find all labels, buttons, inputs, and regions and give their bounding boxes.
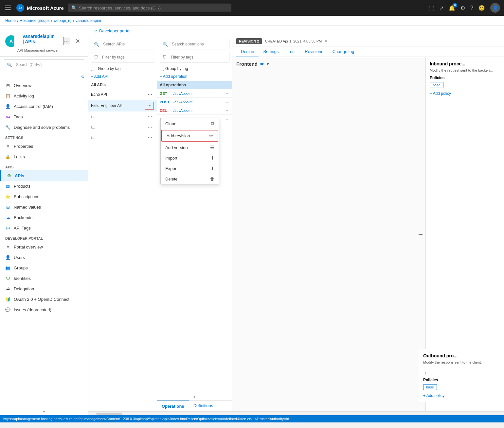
api-list-item-field-engineer[interactable]: Field Engineer API ··· bbox=[88, 100, 157, 111]
cloud-shell-icon[interactable]: ⬚ bbox=[429, 5, 434, 11]
export-icon: ⬇ bbox=[210, 166, 214, 171]
scroll-thumb[interactable] bbox=[96, 413, 122, 415]
sidebar-item-delegation[interactable]: ⇄ Delegation bbox=[0, 283, 88, 294]
sidebar-item-issues[interactable]: 💬 Issues (deprecated) bbox=[0, 304, 88, 315]
outbound-description: Modify the respons sent to the client. bbox=[423, 360, 494, 364]
ops-filter-input[interactable] bbox=[168, 54, 226, 61]
user-feedback-icon[interactable]: 😊 bbox=[478, 5, 485, 11]
op-more-2[interactable]: ··· bbox=[226, 99, 229, 104]
tab-design[interactable]: Design bbox=[236, 46, 259, 57]
group-by-checkbox[interactable] bbox=[91, 67, 95, 71]
api-filter-input[interactable] bbox=[99, 54, 151, 61]
svg-text:Az: Az bbox=[18, 6, 22, 10]
sidebar-search[interactable]: 🔍 bbox=[0, 57, 88, 73]
sidebar-item-portal-overview[interactable]: ≡ Portal overview bbox=[0, 242, 88, 252]
context-menu-delete[interactable]: Delete 🗑 bbox=[161, 174, 219, 184]
bottom-tab-operations[interactable]: Operations bbox=[157, 401, 189, 411]
ops-search-input[interactable] bbox=[169, 41, 226, 48]
sidebar-item-label: Access control (IAM) bbox=[14, 104, 53, 109]
hamburger-menu[interactable] bbox=[4, 4, 12, 11]
sidebar-item-iam[interactable]: 👤 Access control (IAM) bbox=[0, 101, 88, 111]
op-more-4[interactable]: ··· bbox=[226, 116, 229, 121]
sidebar-item-groups[interactable]: 👥 Groups bbox=[0, 263, 88, 273]
op-row-del[interactable]: DEL /api/Appoint... ··· bbox=[157, 106, 232, 115]
sidebar-item-api-tags[interactable]: 🏷 API Tags bbox=[0, 223, 88, 233]
sidebar-item-named-values[interactable]: ⊞ Named values bbox=[0, 202, 88, 212]
global-search-bar[interactable]: 🔍 bbox=[68, 4, 231, 12]
global-search-input[interactable] bbox=[79, 6, 228, 10]
dev-portal-button[interactable]: ↗ Developer portal bbox=[94, 28, 130, 33]
sidebar-item-products[interactable]: ▦ Products bbox=[0, 181, 88, 191]
tab-test[interactable]: Test bbox=[283, 46, 300, 57]
api-list-item-partial-3[interactable]: t... ··· bbox=[88, 132, 157, 143]
op-more-3[interactable]: ··· bbox=[226, 108, 229, 113]
add-api-button[interactable]: + Add API bbox=[88, 72, 157, 81]
api-search-input[interactable] bbox=[100, 41, 151, 48]
sidebar-search-input[interactable] bbox=[13, 61, 81, 69]
user-avatar[interactable]: 👤 bbox=[490, 3, 500, 13]
frontend-chevron-icon[interactable]: ▾ bbox=[267, 62, 269, 66]
brand-name: Microsoft Azure bbox=[27, 5, 64, 11]
tab-settings[interactable]: Settings bbox=[259, 46, 283, 57]
outbound-base-tag[interactable]: base bbox=[423, 384, 437, 390]
api-list-item-partial-2[interactable]: t... ··· bbox=[88, 122, 157, 132]
sidebar-item-backends[interactable]: ☁ Backends bbox=[0, 212, 88, 223]
api-list-item-partial-1[interactable]: t... ··· bbox=[88, 111, 157, 122]
context-menu-clone[interactable]: Clone ⧉ bbox=[161, 118, 219, 129]
add-version-icon: ☰ bbox=[210, 145, 214, 150]
bottom-tab-definitions[interactable]: Definitions bbox=[189, 401, 218, 411]
sidebar-item-oauth[interactable]: 🔰 OAuth 2.0 + OpenID Connect bbox=[0, 294, 88, 304]
group-by-tag-checkbox[interactable]: Group by tag bbox=[88, 65, 157, 72]
api-list-item-echo[interactable]: Echo API ··· bbox=[88, 89, 157, 100]
op-row-post[interactable]: POST /api/Appoint... ··· bbox=[157, 98, 232, 106]
context-menu-import[interactable]: Import ⬆ bbox=[161, 153, 219, 163]
field-engineer-api-more-button[interactable]: ··· bbox=[145, 102, 154, 110]
sidebar-item-users[interactable]: 👤 Users bbox=[0, 252, 88, 263]
api-item-more-1[interactable]: ··· bbox=[146, 113, 154, 120]
echo-api-name: Echo API bbox=[91, 92, 107, 97]
settings-icon[interactable]: ⚙ bbox=[460, 5, 465, 11]
sidebar-item-identities[interactable]: 🛡 Identities bbox=[0, 273, 88, 283]
export-label: Export bbox=[165, 166, 210, 171]
tab-revisions[interactable]: Revisions bbox=[300, 46, 328, 57]
sidebar-collapse-button[interactable]: « bbox=[81, 74, 84, 79]
inbound-base-tag[interactable]: base bbox=[430, 82, 443, 88]
sidebar-item-tags[interactable]: 🏷 Tags bbox=[0, 111, 88, 122]
sidebar-more-button[interactable]: ··· bbox=[63, 37, 69, 45]
add-operation-button[interactable]: + Add operation bbox=[157, 72, 232, 81]
add-api-label: + Add API bbox=[91, 74, 108, 79]
api-item-more-2[interactable]: ··· bbox=[146, 124, 154, 130]
inbound-add-policy-button[interactable]: + Add policy bbox=[430, 91, 451, 96]
sidebar-item-properties[interactable]: ≡ Properties bbox=[0, 141, 88, 151]
sidebar-item-diagnose[interactable]: 🔧 Diagnose and solve problems bbox=[0, 122, 88, 132]
context-menu-export[interactable]: Export ⬇ bbox=[161, 163, 219, 174]
sidebar-item-locks[interactable]: 🔒 Locks bbox=[0, 151, 88, 162]
breadcrumb-resource-groups[interactable]: Resource groups bbox=[20, 18, 49, 23]
breadcrumb-vanarsdelapim[interactable]: vanarsdelapim bbox=[76, 18, 101, 23]
sidebar-item-activity-log[interactable]: 📋 Activity log bbox=[0, 91, 88, 101]
all-operations-label[interactable]: All operations bbox=[157, 81, 232, 89]
sidebar-item-overview[interactable]: ⊞ Overview bbox=[0, 80, 88, 91]
help-icon[interactable]: ? bbox=[470, 5, 473, 11]
echo-api-more-button[interactable]: ··· bbox=[146, 91, 154, 98]
sidebar-item-apis[interactable]: ⊕ APIs bbox=[0, 170, 88, 181]
breadcrumb-webapi-rg[interactable]: webapi_rg bbox=[53, 18, 71, 23]
close-button[interactable]: ✕ bbox=[73, 36, 83, 46]
ops-group-by-checkbox[interactable]: Group by tag bbox=[157, 65, 232, 72]
ops-group-by-checkbox-input[interactable] bbox=[160, 67, 164, 71]
op-more-1[interactable]: ··· bbox=[226, 91, 229, 96]
context-menu-add-version[interactable]: Add version ☰ bbox=[161, 142, 219, 153]
op-row-get-1[interactable]: GET /api/Appoint... ··· bbox=[157, 89, 232, 98]
revision-dropdown[interactable]: ▾ bbox=[325, 39, 327, 43]
outbound-add-policy-button[interactable]: + Add policy bbox=[423, 393, 444, 398]
notifications-icon[interactable]: 🔔 8 bbox=[449, 5, 455, 11]
horizontal-scroll-bar[interactable] bbox=[88, 411, 504, 415]
sidebar-item-subscriptions[interactable]: ⭐ Subscriptions bbox=[0, 191, 88, 202]
arrow-left-icon: ← bbox=[423, 369, 430, 376]
context-menu-add-revision[interactable]: Add revision ✏ bbox=[161, 130, 218, 142]
breadcrumb-home[interactable]: Home bbox=[5, 18, 16, 23]
tab-change-log[interactable]: Change log bbox=[328, 46, 359, 57]
api-item-more-3[interactable]: ··· bbox=[146, 134, 154, 141]
frontend-edit-icon[interactable]: ✏ bbox=[260, 61, 264, 67]
feedback-icon[interactable]: ↗ bbox=[439, 5, 443, 11]
